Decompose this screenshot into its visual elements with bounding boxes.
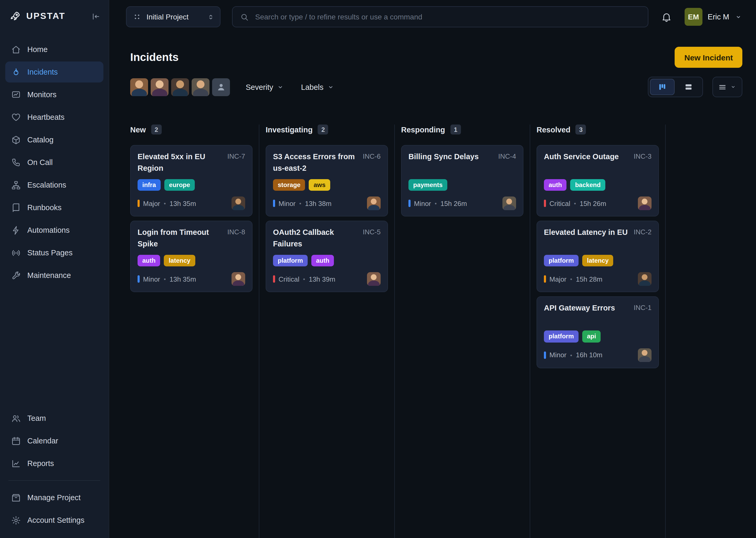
sidebar-item-maintenance[interactable]: Maintenance: [5, 265, 103, 286]
assignee-avatar[interactable]: [171, 78, 189, 96]
label-pill[interactable]: infra: [138, 179, 161, 191]
assignee-avatar: [638, 272, 651, 286]
label-pill[interactable]: backend: [570, 179, 605, 191]
sidebar-item-label: Status Pages: [27, 248, 73, 257]
incident-card[interactable]: API Gateway ErrorsINC-1 platformapi Mino…: [537, 296, 659, 368]
incident-card[interactable]: S3 Access Errors from us-east-2INC-6 sto…: [266, 145, 388, 216]
board-column-investigating: Investigating 2 S3 Access Errors from us…: [260, 125, 395, 538]
severity-filter[interactable]: Severity: [244, 80, 286, 94]
sidebar-item-heartbeats[interactable]: Heartbeats: [5, 107, 103, 128]
sidebar-item-home[interactable]: Home: [5, 39, 103, 60]
sidebar-item-automations[interactable]: Automations: [5, 220, 103, 241]
heart-icon: [11, 112, 21, 122]
sidebar-nav: Home Incidents Monitors Heartbeats Catal…: [0, 39, 109, 286]
column-name: New: [130, 125, 146, 134]
label-pill[interactable]: platform: [544, 331, 579, 342]
label-pill[interactable]: api: [582, 331, 601, 342]
label-pill[interactable]: latency: [582, 255, 613, 266]
severity-label: Critical: [278, 275, 299, 283]
new-incident-button[interactable]: New Incident: [675, 47, 742, 68]
sidebar-item-label: Account Settings: [27, 516, 84, 524]
labels-filter-label: Labels: [301, 83, 323, 91]
assignee-avatar[interactable]: [192, 78, 210, 96]
sidebar-item-label: Catalog: [27, 135, 54, 144]
sidebar-item-on-call[interactable]: On Call: [5, 152, 103, 173]
sidebar-item-label: Heartbeats: [27, 113, 65, 121]
severity-label: Major: [143, 199, 160, 207]
dot-separator: •: [299, 200, 301, 206]
dot-separator: •: [303, 276, 305, 282]
sidebar-item-team[interactable]: Team: [5, 408, 103, 429]
label-pill[interactable]: platform: [273, 255, 307, 266]
dot-separator: •: [570, 276, 572, 282]
incident-title: Elevated 5xx in EU Region: [138, 151, 223, 175]
assignee-avatar-placeholder[interactable]: [212, 78, 230, 96]
search-input[interactable]: [254, 12, 640, 22]
incident-id: INC-6: [363, 152, 381, 175]
assignee-avatar[interactable]: [151, 78, 168, 96]
dot-separator: •: [574, 200, 576, 206]
incident-title: API Gateway Errors: [544, 303, 630, 326]
app-window: UPSTAT Home Incidents Monitors Heartbeat…: [0, 0, 756, 538]
cube-icon: [11, 135, 21, 145]
chevron-down-icon: [277, 83, 284, 91]
assignee-avatar: [231, 272, 245, 286]
assignee-avatar[interactable]: [130, 78, 148, 96]
incident-title: Elevated Latency in EU: [544, 227, 630, 250]
incident-id: INC-2: [634, 228, 651, 250]
severity-label: Minor: [549, 351, 566, 359]
sidebar-item-label: Home: [27, 45, 48, 54]
label-pill[interactable]: auth: [138, 255, 161, 266]
label-pill[interactable]: payments: [408, 179, 447, 191]
sidebar-item-catalog[interactable]: Catalog: [5, 129, 103, 150]
label-pill[interactable]: platform: [544, 255, 579, 266]
label-pill[interactable]: storage: [273, 179, 305, 191]
incident-card[interactable]: OAuth2 Callback FailuresINC-5 platformau…: [266, 221, 388, 292]
sidebar-item-calendar[interactable]: Calendar: [5, 430, 103, 451]
sidebar-collapse-button[interactable]: [90, 11, 101, 22]
labels-filter[interactable]: Labels: [299, 80, 337, 94]
label-pill[interactable]: auth: [311, 255, 334, 266]
column-count-badge: 2: [318, 125, 328, 134]
list-view-button[interactable]: [676, 79, 701, 95]
sidebar-item-monitors[interactable]: Monitors: [5, 84, 103, 105]
sidebar-item-manage-project[interactable]: Manage Project: [5, 487, 103, 508]
sidebar-item-incidents[interactable]: Incidents: [5, 62, 103, 82]
incident-card[interactable]: Auth Service OutageINC-3 authbackend Cri…: [537, 145, 659, 216]
assignee-avatar-group[interactable]: [130, 78, 230, 96]
label-pill[interactable]: auth: [544, 179, 567, 191]
incident-card[interactable]: Elevated Latency in EUINC-2 platformlate…: [537, 221, 659, 292]
label-pill[interactable]: aws: [309, 179, 330, 191]
incident-card[interactable]: Elevated 5xx in EU RegionINC-7 infraeuro…: [130, 145, 253, 216]
collapse-left-icon: [91, 12, 100, 21]
board-options-button[interactable]: [712, 77, 742, 97]
sidebar-item-escalations[interactable]: Escalations: [5, 175, 103, 195]
sidebar-item-status-pages[interactable]: Status Pages: [5, 242, 103, 263]
sidebar-item-reports[interactable]: Reports: [5, 453, 103, 474]
view-toggle: [648, 77, 703, 97]
board-view-button[interactable]: [650, 79, 675, 95]
label-pill[interactable]: europe: [164, 179, 195, 191]
search-bar[interactable]: [232, 6, 648, 27]
phone-icon: [11, 157, 21, 167]
assignee-avatar: [367, 272, 381, 286]
notifications-button[interactable]: [660, 10, 673, 24]
severity-label: Minor: [143, 275, 160, 283]
page-title: Incidents: [130, 51, 178, 64]
sidebar-item-account-settings[interactable]: Account Settings: [5, 510, 103, 531]
incident-age: 13h 39m: [309, 275, 335, 283]
incident-card[interactable]: Billing Sync DelaysINC-4 payments Minor•…: [401, 145, 523, 216]
severity-bar: [273, 200, 275, 207]
incident-id: INC-7: [227, 152, 245, 175]
incident-card[interactable]: Login from Timeout SpikeINC-8 authlatenc…: [130, 221, 253, 292]
severity-bar: [408, 200, 410, 207]
severity-filter-label: Severity: [246, 83, 273, 91]
user-menu[interactable]: EM Eric M: [685, 8, 742, 26]
label-pill[interactable]: latency: [164, 255, 195, 266]
topbar: Initial Project EM Eric M: [109, 0, 756, 34]
severity-label: Major: [549, 275, 566, 283]
project-selector[interactable]: Initial Project: [126, 6, 220, 27]
hamburger-icon: [718, 83, 727, 91]
sidebar-item-label: On Call: [27, 158, 53, 167]
sidebar-item-runbooks[interactable]: Runbooks: [5, 197, 103, 218]
